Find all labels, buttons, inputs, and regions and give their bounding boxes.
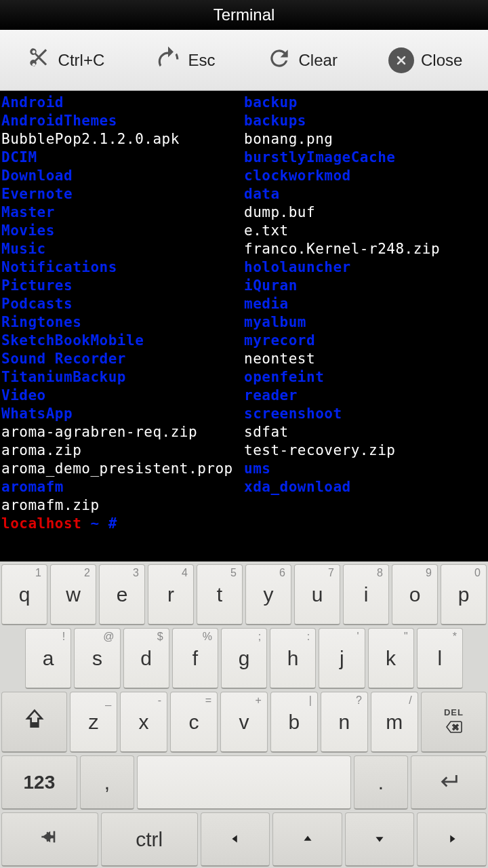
- key-u[interactable]: 7u: [294, 564, 340, 625]
- key-c[interactable]: =c: [170, 692, 218, 753]
- key-superscript: 9: [426, 567, 432, 579]
- key-r[interactable]: 4r: [148, 564, 194, 625]
- key-n[interactable]: ?n: [321, 692, 368, 753]
- shift-icon: [24, 709, 45, 735]
- key-superscript: $: [157, 631, 163, 643]
- key-w[interactable]: 2w: [50, 564, 96, 625]
- key-g[interactable]: ;g: [221, 628, 267, 689]
- key-comma[interactable]: ,: [80, 755, 134, 810]
- key-label: w: [66, 583, 81, 606]
- listing-entry: TitaniumBackup: [1, 369, 126, 385]
- ctrl-c-button[interactable]: Ctrl+C: [19, 41, 112, 79]
- listing-entry: aromafm.zip: [1, 497, 100, 513]
- key-tab[interactable]: [1, 812, 98, 867]
- listing-entry: hololauncher: [244, 259, 351, 275]
- listing-row: Musicfranco.Kernel-r248.zip: [1, 240, 487, 258]
- listing-entry: Android: [1, 94, 64, 111]
- key-v[interactable]: +v: [220, 692, 268, 753]
- listing-row: WhatsAppscreenshoot: [1, 405, 487, 423]
- key-superscript: 2: [84, 567, 90, 579]
- esc-label: Esc: [188, 51, 215, 70]
- key-h[interactable]: :h: [270, 628, 316, 689]
- listing-entry: Movies: [1, 222, 55, 239]
- key-label: t: [217, 583, 222, 606]
- key-q[interactable]: 1q: [1, 564, 47, 625]
- key-m[interactable]: /m: [371, 692, 418, 753]
- key-j[interactable]: 'j: [319, 628, 365, 689]
- key-label: n: [339, 711, 350, 734]
- key-a[interactable]: !a: [25, 628, 71, 689]
- key-label: m: [386, 711, 403, 734]
- key-x[interactable]: -x: [120, 692, 167, 753]
- tab-icon: [38, 827, 61, 851]
- key-s[interactable]: @s: [74, 628, 120, 689]
- listing-entry: Music: [1, 241, 46, 257]
- key-label: y: [264, 583, 274, 606]
- key-shift[interactable]: [1, 692, 67, 753]
- listing-entry: myalbum: [244, 314, 306, 330]
- clear-button[interactable]: Clear: [260, 41, 344, 79]
- key-o[interactable]: 9o: [392, 564, 438, 625]
- terminal-output[interactable]: AndroidbackupAndroidThemesbackupsBubbleP…: [0, 91, 488, 561]
- key-ctrl[interactable]: ctrl: [101, 812, 198, 867]
- key-i[interactable]: 8i: [343, 564, 389, 625]
- listing-row: Evernotedata: [1, 185, 487, 203]
- key-space[interactable]: [137, 755, 351, 810]
- listing-entry: aroma-agrabren-req.zip: [1, 424, 197, 440]
- key-p[interactable]: 0p: [441, 564, 487, 625]
- key-f[interactable]: %f: [172, 628, 218, 689]
- key-arrow-up[interactable]: [272, 812, 342, 867]
- listing-entry: aromafm: [1, 479, 64, 495]
- listing-entry: e.txt: [244, 222, 289, 239]
- key-arrow-down[interactable]: [345, 812, 415, 867]
- key-superscript: ': [357, 631, 359, 643]
- prompt-symbol: #: [108, 515, 117, 532]
- key-t[interactable]: 5t: [197, 564, 243, 625]
- title-bar: Terminal: [0, 0, 488, 30]
- key-l[interactable]: *l: [417, 628, 463, 689]
- listing-entry: burstlyImageCache: [244, 149, 395, 165]
- key-b[interactable]: |b: [270, 692, 318, 753]
- app-title: Terminal: [214, 5, 275, 24]
- key-enter[interactable]: [411, 755, 487, 810]
- key-d[interactable]: $d: [123, 628, 169, 689]
- prompt-path: ~: [90, 515, 99, 532]
- key-superscript: _: [105, 694, 111, 707]
- key-superscript: @: [103, 631, 114, 643]
- key-arrow-left[interactable]: [201, 812, 270, 867]
- key-superscript: 5: [230, 567, 237, 579]
- listing-entry: reader: [244, 387, 298, 403]
- keyboard: 1q2w3e4r5t6y7u8i9o0p !a@s$d%f;g:h'j"k*l …: [0, 561, 488, 868]
- listing-entry: screenshoot: [244, 406, 342, 422]
- key-123[interactable]: 123: [1, 755, 77, 810]
- key-label: p: [458, 583, 470, 606]
- back-arrow-icon: [155, 45, 181, 75]
- listing-row: DCIMburstlyImageCache: [1, 149, 487, 167]
- listing-entry: Sound Recorder: [1, 351, 126, 367]
- key-label: l: [437, 647, 442, 670]
- esc-button[interactable]: Esc: [148, 41, 222, 79]
- key-label: k: [386, 647, 396, 670]
- key-z[interactable]: _z: [70, 692, 117, 753]
- svg-rect-0: [54, 831, 55, 842]
- key-superscript: 0: [474, 567, 481, 579]
- listing-entry: Evernote: [1, 186, 73, 202]
- key-superscript: ;: [258, 631, 261, 643]
- listing-row: Notificationshololauncher: [1, 258, 487, 277]
- key-label: u: [312, 583, 323, 606]
- key-arrow-right[interactable]: [417, 812, 487, 867]
- listing-entry: bonang.png: [244, 131, 333, 147]
- key-e[interactable]: 3e: [99, 564, 145, 625]
- listing-entry: Video: [1, 387, 46, 403]
- listing-entry: data: [244, 186, 280, 202]
- close-label: Close: [421, 51, 462, 70]
- listing-entry: media: [244, 296, 289, 312]
- key-period[interactable]: .: [354, 755, 408, 810]
- close-icon: [388, 47, 414, 73]
- listing-row: Masterdump.buf: [1, 203, 487, 222]
- key-delete[interactable]: DEL: [421, 692, 487, 753]
- key-superscript: 4: [182, 567, 188, 579]
- close-button[interactable]: Close: [382, 43, 469, 77]
- key-y[interactable]: 6y: [245, 564, 291, 625]
- key-k[interactable]: "k: [368, 628, 414, 689]
